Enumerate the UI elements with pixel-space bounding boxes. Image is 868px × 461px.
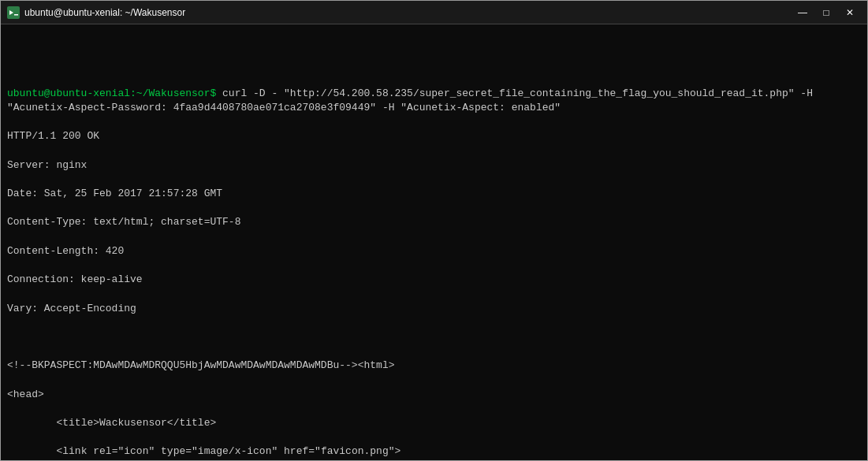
terminal-line: <head>	[7, 388, 861, 402]
close-button[interactable]: ✕	[839, 5, 861, 20]
window-title: ubuntu@ubuntu-xenial: ~/Wakusensor	[24, 7, 792, 18]
terminal-line: Content-Length: 420	[7, 244, 861, 258]
svg-rect-2	[14, 14, 18, 16]
terminal-line: Connection: keep-alive	[7, 273, 861, 287]
terminal-line	[7, 330, 861, 344]
terminal-line: Content-Type: text/html; charset=UTF-8	[7, 215, 861, 229]
terminal-line: <!--BKPASPECT:MDAwMDAwMDRQQU5HbjAwMDAwMD…	[7, 359, 861, 373]
terminal-line: ubuntu@ubuntu-xenial:~/Wakusensor$ curl …	[7, 87, 861, 115]
maximize-button[interactable]: □	[815, 5, 837, 20]
minimize-button[interactable]: —	[792, 5, 814, 20]
terminal-line: HTTP/1.1 200 OK	[7, 129, 861, 143]
terminal-line: Date: Sat, 25 Feb 2017 21:57:28 GMT	[7, 187, 861, 201]
titlebar: ubuntu@ubuntu-xenial: ~/Wakusensor — □ ✕	[1, 1, 867, 24]
window-controls: — □ ✕	[792, 5, 861, 20]
terminal-line: Server: nginx	[7, 158, 861, 173]
terminal-window: ubuntu@ubuntu-xenial: ~/Wakusensor — □ ✕…	[0, 0, 868, 461]
terminal-icon	[7, 6, 20, 19]
terminal-line: Vary: Accept-Encoding	[7, 302, 861, 316]
terminal-output: ubuntu@ubuntu-xenial:~/Wakusensor$ curl …	[7, 58, 861, 460]
terminal-line: <link rel="icon" type="image/x-icon" hre…	[7, 444, 861, 459]
terminal-area[interactable]: ubuntu@ubuntu-xenial:~/Wakusensor$ curl …	[1, 24, 867, 460]
terminal-line: <title>Wackusensor</title>	[7, 416, 861, 430]
